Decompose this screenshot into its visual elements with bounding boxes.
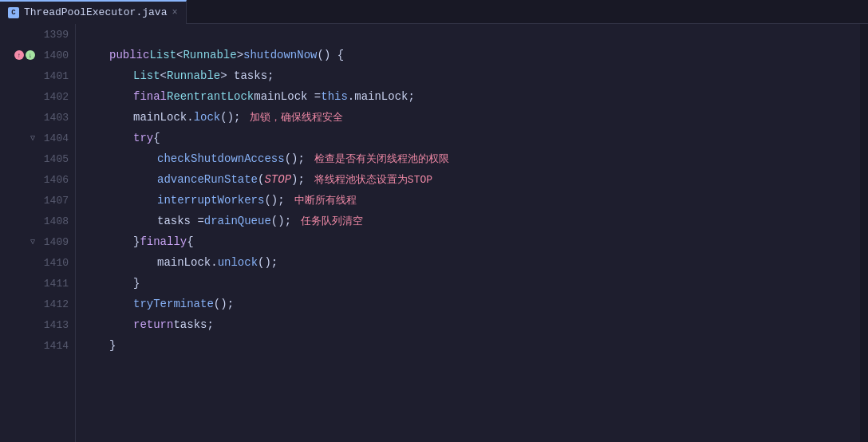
code-line-1399 xyxy=(85,24,860,45)
code-line-1408: tasks = drainQueue (); 任务队列清空 xyxy=(85,211,860,231)
breakpoint-up-icon[interactable]: ↑ xyxy=(14,50,24,60)
line-number: 1400 xyxy=(38,49,69,61)
fold-icon[interactable]: ▽ xyxy=(30,133,35,143)
tab-bar: C ThreadPoolExecutor.java × xyxy=(0,0,868,24)
annotation-1408: 任务队列清空 xyxy=(301,214,363,228)
code-line-1401: List < Runnable > tasks; xyxy=(85,65,860,86)
code-line-1411: } xyxy=(85,273,860,294)
vertical-scrollbar[interactable] xyxy=(860,24,868,442)
line-number: 1412 xyxy=(38,298,69,310)
code-content-area: public List < Runnable > shutdownNow () … xyxy=(76,24,860,442)
gutter-row-1403: 1403 xyxy=(0,107,75,128)
tab-threadpoolexecutor[interactable]: C ThreadPoolExecutor.java × xyxy=(0,0,187,24)
editor-area: 1399 ↑ ↓ 1400 1401 1402 xyxy=(0,24,868,442)
line-number: 1408 xyxy=(38,215,69,227)
line-number: 1403 xyxy=(38,112,69,124)
code-line-1413: return tasks; xyxy=(85,314,860,335)
gutter-row-1414: 1414 xyxy=(0,335,75,356)
code-line-1410: mainLock. unlock (); xyxy=(85,252,860,273)
code-line-1403: mainLock. lock (); 加锁，确保线程安全 xyxy=(85,107,860,128)
gutter-row-1409: ▽ 1409 xyxy=(0,231,75,252)
gutter-row-1411: 1411 xyxy=(0,273,75,294)
line-number: 1405 xyxy=(38,153,69,165)
line-number: 1406 xyxy=(38,174,69,186)
gutter-row-1407: 1407 xyxy=(0,190,75,211)
breakpoint-down-icon[interactable]: ↓ xyxy=(26,50,35,60)
code-line-1409: } finally { xyxy=(85,231,860,252)
gutter-row-1400: ↑ ↓ 1400 xyxy=(0,45,75,65)
line-number: 1402 xyxy=(38,91,69,103)
code-line-1414: } xyxy=(85,335,860,356)
java-file-icon: C xyxy=(8,7,19,18)
gutter-row-1402: 1402 xyxy=(0,86,75,107)
gutter-row-1401: 1401 xyxy=(0,65,75,86)
fold-icon[interactable]: ▽ xyxy=(30,237,35,247)
annotation-1405: 检查是否有关闭线程池的权限 xyxy=(314,152,449,166)
line-number: 1414 xyxy=(38,340,69,352)
gutter-row-1408: 1408 xyxy=(0,211,75,231)
tab-close-button[interactable]: × xyxy=(172,7,177,18)
code-line-1407: interruptWorkers (); 中断所有线程 xyxy=(85,190,860,211)
code-line-1404: try { xyxy=(85,128,860,148)
line-number: 1404 xyxy=(38,132,69,144)
line-number: 1409 xyxy=(38,236,69,248)
gutter-row-1405: 1405 xyxy=(0,148,75,169)
gutter-row-1413: 1413 xyxy=(0,314,75,335)
gutter-row-1399: 1399 xyxy=(0,24,75,45)
line-number: 1411 xyxy=(38,278,69,290)
gutter-row-1406: 1406 xyxy=(0,169,75,190)
code-line-1400: public List < Runnable > shutdownNow () … xyxy=(85,45,860,65)
code-line-1406: advanceRunState ( STOP ); 将线程池状态设置为STOP xyxy=(85,169,860,190)
annotation-1403: 加锁，确保线程安全 xyxy=(250,110,343,124)
code-line-1402: final ReentrantLock mainLock = this .mai… xyxy=(85,86,860,107)
tab-label: ThreadPoolExecutor.java xyxy=(24,6,167,18)
line-gutter: 1399 ↑ ↓ 1400 1401 1402 xyxy=(0,24,76,442)
app-window: C ThreadPoolExecutor.java × 1399 ↑ ↓ 140… xyxy=(0,0,868,442)
line-number: 1401 xyxy=(38,70,69,82)
code-line-1412: tryTerminate (); xyxy=(85,294,860,314)
line-number: 1410 xyxy=(38,257,69,269)
annotation-1407: 中断所有线程 xyxy=(294,193,357,207)
gutter-row-1404: ▽ 1404 xyxy=(0,128,75,148)
annotation-1406: 将线程池状态设置为STOP xyxy=(314,172,432,187)
line-number: 1407 xyxy=(38,195,69,207)
code-line-1405: checkShutdownAccess (); 检查是否有关闭线程池的权限 xyxy=(85,148,860,169)
gutter-row-1412: 1412 xyxy=(0,294,75,314)
line-number: 1413 xyxy=(38,319,69,331)
line-number: 1399 xyxy=(38,29,69,41)
gutter-row-1410: 1410 xyxy=(0,252,75,273)
